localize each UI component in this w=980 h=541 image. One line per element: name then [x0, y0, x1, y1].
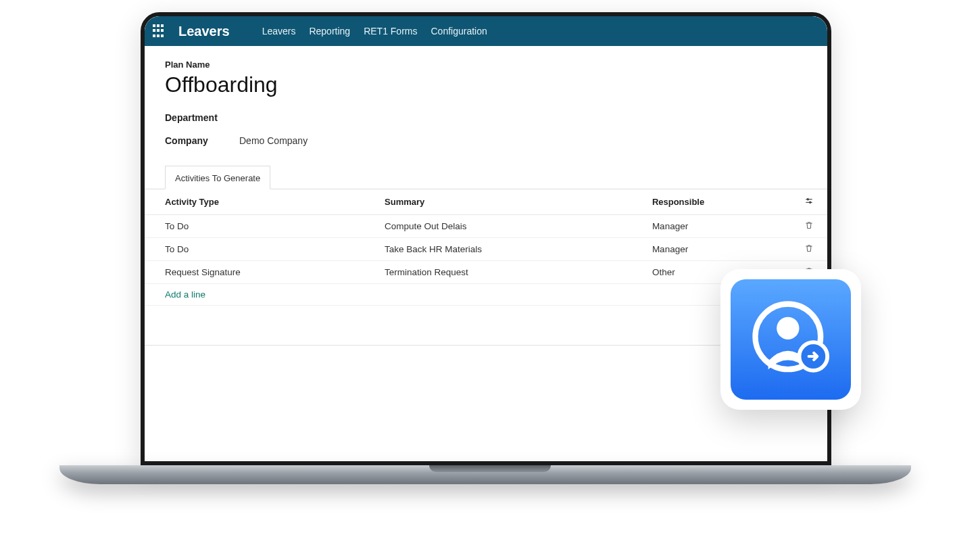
nav-item-leavers[interactable]: Leavers	[262, 26, 296, 37]
add-line-link[interactable]: Add a line	[165, 289, 205, 300]
table-row[interactable]: To Do Compute Out Delais Manager	[145, 215, 827, 238]
cell-summary[interactable]: Termination Request	[364, 261, 632, 284]
col-settings[interactable]	[800, 189, 827, 215]
svg-point-1	[807, 199, 808, 200]
cell-activity-type[interactable]: To Do	[145, 215, 364, 238]
col-responsible[interactable]: Responsible	[632, 189, 800, 215]
laptop-notch	[429, 465, 551, 472]
app-brand: Leavers	[178, 24, 230, 39]
company-value[interactable]: Demo Company	[239, 135, 308, 146]
cell-summary[interactable]: Take Back HR Materials	[364, 238, 632, 261]
company-row: Company Demo Company	[165, 133, 807, 149]
col-summary[interactable]: Summary	[364, 189, 632, 215]
department-label: Department	[165, 112, 219, 123]
svg-point-3	[810, 202, 811, 203]
apps-grid-icon[interactable]	[153, 24, 166, 38]
department-row: Department	[165, 110, 807, 126]
trash-icon[interactable]	[804, 243, 814, 253]
table-row[interactable]: To Do Take Back HR Materials Manager	[145, 238, 827, 261]
cell-responsible[interactable]: Manager	[632, 238, 800, 261]
leavers-app-icon	[731, 279, 851, 400]
cell-activity-type[interactable]: Request Signature	[145, 261, 364, 284]
app-badge-card	[720, 269, 861, 410]
nav-items: Leavers Reporting RET1 Forms Configurati…	[262, 26, 487, 37]
cell-activity-type[interactable]: To Do	[145, 238, 364, 261]
form-area: Plan Name Offboarding Department Company…	[145, 46, 827, 156]
col-activity-type[interactable]: Activity Type	[145, 189, 364, 215]
plan-name-label: Plan Name	[165, 60, 807, 70]
nav-item-reporting[interactable]: Reporting	[309, 26, 350, 37]
plan-name-value[interactable]: Offboarding	[165, 72, 807, 97]
tab-activities[interactable]: Activities To Generate	[165, 166, 270, 189]
nav-item-configuration[interactable]: Configuration	[431, 26, 487, 37]
sliders-icon[interactable]	[804, 196, 814, 206]
svg-point-5	[777, 317, 799, 339]
tab-row: Activities To Generate	[145, 165, 827, 189]
nav-item-ret1-forms[interactable]: RET1 Forms	[364, 26, 417, 37]
cell-responsible[interactable]: Manager	[632, 215, 800, 238]
cell-summary[interactable]: Compute Out Delais	[364, 215, 632, 238]
topnav: Leavers Leavers Reporting RET1 Forms Con…	[145, 16, 827, 46]
company-label: Company	[165, 135, 219, 146]
trash-icon[interactable]	[804, 220, 814, 230]
